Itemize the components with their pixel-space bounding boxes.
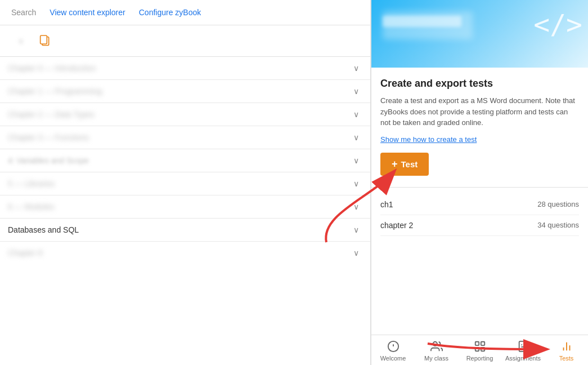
search-label: Search xyxy=(11,8,36,17)
copy-area: s xyxy=(0,25,370,57)
test-count-1: 34 questions xyxy=(537,221,579,229)
chapter-row-0[interactable]: Chapter 0 — Introduction ∨ xyxy=(0,57,370,80)
chevron-icon-5: ∨ xyxy=(353,179,359,188)
right-panel: </> Create and export tests Create a tes… xyxy=(371,0,588,365)
tab-welcome[interactable]: Welcome xyxy=(371,335,415,365)
svg-point-5 xyxy=(433,342,437,346)
svg-rect-1 xyxy=(40,35,47,44)
chapter-title-0: Chapter 0 — Introduction xyxy=(8,64,96,73)
chapter-title-7: Databases and SQL xyxy=(8,225,79,234)
page-s-label: s xyxy=(8,31,34,51)
plus-icon: + xyxy=(392,158,398,170)
chapter-row-3[interactable]: Chapter 3 — Functions ∨ xyxy=(0,126,370,149)
svg-rect-8 xyxy=(481,348,484,351)
welcome-icon xyxy=(387,340,400,353)
chapter-row-1[interactable]: Chapter 1 — Programming ∨ xyxy=(0,80,370,103)
test-name-0: ch1 xyxy=(380,200,393,209)
svg-rect-6 xyxy=(475,342,478,345)
chevron-icon-4: ∨ xyxy=(353,156,359,165)
chapter-row-6[interactable]: 6 — Modules ∨ xyxy=(0,195,370,219)
chapter-title-8: Chapter 8 xyxy=(8,248,42,257)
chevron-icon-7: ∨ xyxy=(353,225,359,234)
panel-content: Create and export tests Create a test an… xyxy=(371,68,588,335)
tab-my-class-label: My class xyxy=(424,355,448,362)
my-class-icon xyxy=(430,340,443,353)
tab-welcome-label: Welcome xyxy=(380,355,406,362)
svg-rect-9 xyxy=(475,348,478,351)
svg-rect-7 xyxy=(481,342,484,345)
panel-title: Create and export tests xyxy=(380,78,579,90)
left-panel: Search View content explorer Configure z… xyxy=(0,0,371,365)
assignments-icon xyxy=(517,340,530,353)
panel-description: Create a test and export as a MS Word do… xyxy=(380,95,579,128)
chapter-row-4[interactable]: 4: Variables and Scope ∨ xyxy=(0,149,370,172)
divider xyxy=(371,187,588,188)
chapter-row-8[interactable]: Chapter 8 ∨ xyxy=(0,242,370,264)
tests-icon xyxy=(560,340,573,353)
test-button-label: Test xyxy=(401,159,418,169)
chapter-row-2[interactable]: Chapter 2 — Data Types ∨ xyxy=(0,103,370,126)
help-link[interactable]: Show me how to create a test xyxy=(380,135,579,144)
view-content-link[interactable]: View content explorer xyxy=(50,8,125,17)
chapter-title-3: Chapter 3 — Functions xyxy=(8,133,89,142)
chevron-icon-2: ∨ xyxy=(353,110,359,119)
test-name-1: chapter 2 xyxy=(380,221,413,230)
chevron-icon-8: ∨ xyxy=(353,248,359,257)
test-row-0[interactable]: ch1 28 questions xyxy=(380,194,579,215)
add-test-button[interactable]: + Test xyxy=(380,153,429,176)
hero-banner: </> xyxy=(371,0,588,68)
hero-code-icon: </> xyxy=(533,8,582,40)
tab-assignments[interactable]: Assignments xyxy=(501,335,545,365)
copy-icon[interactable] xyxy=(39,35,51,47)
chapter-title-2: Chapter 2 — Data Types xyxy=(8,110,95,119)
chevron-icon-1: ∨ xyxy=(353,87,359,96)
test-row-1[interactable]: chapter 2 34 questions xyxy=(380,215,579,236)
test-count-0: 28 questions xyxy=(537,200,579,208)
tab-reporting[interactable]: Reporting xyxy=(458,335,501,365)
reporting-icon xyxy=(473,340,487,353)
chapter-title-5: 5 — Libraries xyxy=(8,179,55,188)
chevron-icon-0: ∨ xyxy=(353,64,359,73)
chapter-title-6: 6 — Modules xyxy=(8,202,54,211)
top-nav: Search View content explorer Configure z… xyxy=(0,0,370,25)
chapter-title-1: Chapter 1 — Programming xyxy=(8,87,102,96)
tab-tests[interactable]: Tests xyxy=(545,335,588,365)
tab-my-class[interactable]: My class xyxy=(415,335,458,365)
tab-assignments-label: Assignments xyxy=(505,355,541,362)
tab-tests-label: Tests xyxy=(559,355,574,362)
chapter-row-5[interactable]: 5 — Libraries ∨ xyxy=(0,172,370,195)
chapter-title-4: 4: Variables and Scope xyxy=(8,156,89,165)
tab-bar: Welcome My class xyxy=(371,335,588,365)
tab-reporting-label: Reporting xyxy=(466,355,493,362)
chevron-icon-6: ∨ xyxy=(353,202,359,211)
chevron-icon-3: ∨ xyxy=(353,133,359,142)
chapter-row-7[interactable]: Databases and SQL ∨ xyxy=(0,219,370,242)
configure-link[interactable]: Configure zyBook xyxy=(139,8,201,17)
